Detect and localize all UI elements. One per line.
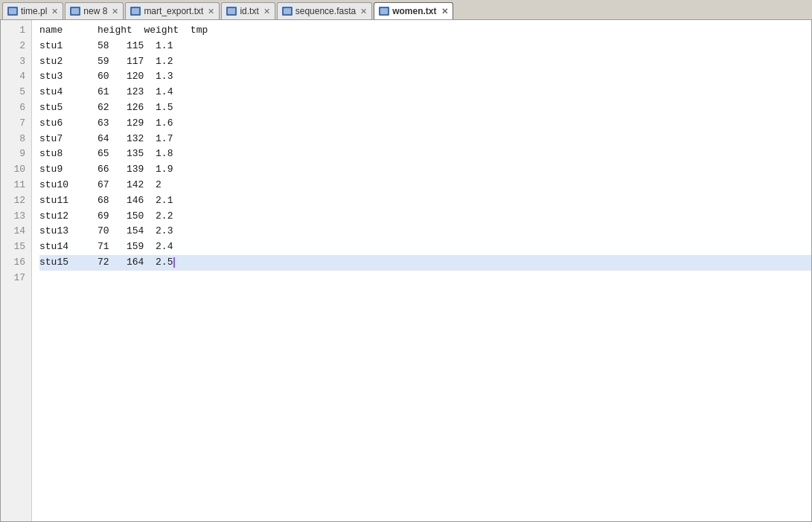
line-number-2: 2 xyxy=(5,39,25,54)
tab-time[interactable]: time.pl✕ xyxy=(2,2,63,19)
code-line-7: stu6 63 129 1.6 xyxy=(39,116,811,132)
tab-label-sequence: sequence.fasta xyxy=(295,6,356,16)
file-icon xyxy=(379,7,389,16)
tab-label-new8: new 8 xyxy=(83,6,107,16)
code-line-16: stu15 72 164 2.5 xyxy=(39,255,811,271)
code-line-1: name height weight tmp xyxy=(39,23,811,39)
code-line-15: stu14 71 159 2.4 xyxy=(39,239,811,255)
code-line-6: stu5 62 126 1.5 xyxy=(39,100,811,116)
code-line-5: stu4 61 123 1.4 xyxy=(39,85,811,100)
code-area[interactable]: name height weight tmpstu1 58 115 1.1stu… xyxy=(32,20,811,521)
file-icon xyxy=(130,7,141,16)
tab-sequence[interactable]: sequence.fasta✕ xyxy=(277,2,372,19)
tab-label-time: time.pl xyxy=(21,6,47,16)
tab-close-women[interactable]: ✕ xyxy=(441,7,448,16)
file-icon xyxy=(70,7,80,16)
code-line-4: stu3 60 120 1.3 xyxy=(39,69,811,85)
code-line-11: stu10 67 142 2 xyxy=(39,178,811,193)
tab-close-mart[interactable]: ✕ xyxy=(208,7,214,16)
file-icon xyxy=(7,7,18,16)
line-number-5: 5 xyxy=(5,85,25,100)
line-number-16: 16 xyxy=(5,255,25,271)
code-line-8: stu7 64 132 1.7 xyxy=(39,132,811,147)
tab-close-new8[interactable]: ✕ xyxy=(112,7,118,16)
line-number-12: 12 xyxy=(5,193,25,209)
line-numbers: 1234567891011121314151617 xyxy=(1,20,32,521)
line-number-10: 10 xyxy=(5,162,25,178)
line-number-15: 15 xyxy=(5,239,25,255)
line-number-8: 8 xyxy=(5,132,25,147)
line-number-7: 7 xyxy=(5,116,25,132)
tab-id[interactable]: id.txt✕ xyxy=(221,2,275,19)
tab-new8[interactable]: new 8✕ xyxy=(65,2,124,19)
code-line-10: stu9 66 139 1.9 xyxy=(39,162,811,178)
line-number-4: 4 xyxy=(5,69,25,85)
tab-women[interactable]: women.txt✕ xyxy=(374,2,453,19)
tab-close-sequence[interactable]: ✕ xyxy=(360,7,367,16)
code-line-3: stu2 59 117 1.2 xyxy=(39,54,811,70)
editor-content: 1234567891011121314151617 name height we… xyxy=(1,20,811,521)
file-icon xyxy=(226,7,237,16)
code-line-9: stu8 65 135 1.8 xyxy=(39,146,811,162)
tab-mart[interactable]: mart_export.txt✕ xyxy=(125,2,220,19)
line-number-11: 11 xyxy=(5,178,25,193)
line-number-9: 9 xyxy=(5,146,25,162)
tab-label-id: id.txt xyxy=(240,6,258,16)
tab-close-time[interactable]: ✕ xyxy=(51,7,58,16)
code-line-14: stu13 70 154 2.3 xyxy=(39,224,811,239)
line-number-1: 1 xyxy=(5,23,25,39)
line-number-3: 3 xyxy=(5,54,25,70)
line-number-6: 6 xyxy=(5,100,25,116)
code-line-13: stu12 69 150 2.2 xyxy=(39,209,811,225)
editor-area: 1234567891011121314151617 name height we… xyxy=(0,19,812,522)
file-icon xyxy=(282,7,292,16)
line-number-14: 14 xyxy=(5,224,25,239)
tab-bar: time.pl✕new 8✕mart_export.txt✕id.txt✕seq… xyxy=(0,0,812,19)
line-number-17: 17 xyxy=(5,271,25,286)
tab-label-women: women.txt xyxy=(392,6,436,16)
code-line-12: stu11 68 146 2.1 xyxy=(39,193,811,209)
text-cursor xyxy=(173,257,175,268)
line-number-13: 13 xyxy=(5,209,25,225)
tab-close-id[interactable]: ✕ xyxy=(263,7,270,16)
tab-label-mart: mart_export.txt xyxy=(144,6,203,16)
code-line-2: stu1 58 115 1.1 xyxy=(39,39,811,54)
